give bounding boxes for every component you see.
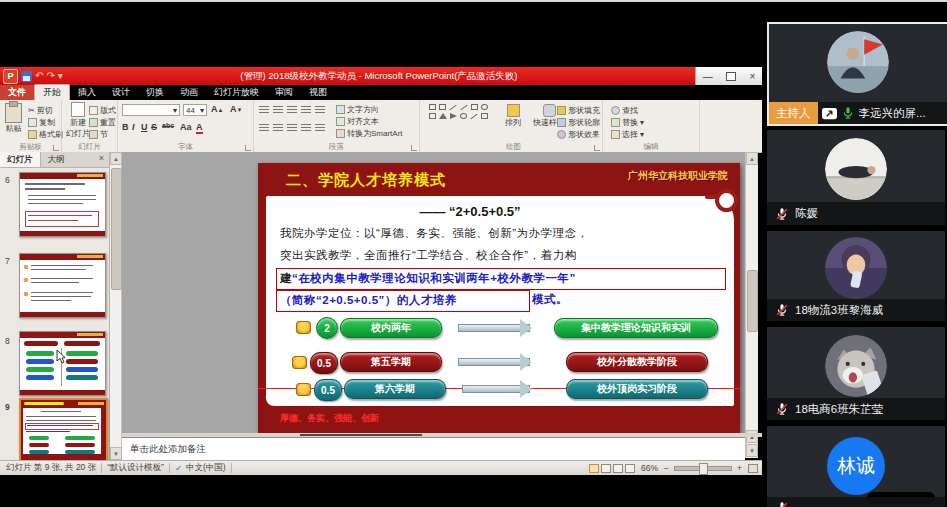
text-direction-button[interactable]: 文字方向 [336, 104, 379, 115]
dialog-launcher-icon[interactable] [594, 145, 600, 151]
participant-tile[interactable]: 18物流3班黎海威 [767, 231, 945, 321]
indent-increase-icon[interactable] [301, 106, 311, 115]
language-label[interactable]: 中文(中国) [186, 462, 226, 474]
shapes-gallery[interactable] [429, 104, 497, 119]
participant-tile-host[interactable]: 主持人 李远兴的屏... [767, 22, 947, 126]
shrink-font-button[interactable]: A▼ [230, 104, 242, 114]
fit-to-window-button[interactable] [748, 464, 758, 473]
shape-outline-button[interactable]: 形状轮廓 [557, 117, 600, 128]
justify-icon[interactable] [301, 124, 311, 133]
avatar-initials: 林诚 [837, 453, 875, 479]
slideshow-button[interactable] [625, 464, 635, 473]
undo-icon[interactable]: ↶ [35, 71, 43, 81]
columns-icon[interactable] [315, 124, 325, 133]
thumbnail-slide-9-current[interactable] [19, 398, 108, 462]
scroll-up-button[interactable]: ▲ [110, 152, 122, 165]
bold-button[interactable]: B [122, 122, 129, 132]
layout-button[interactable]: 版式 [89, 105, 116, 116]
line-spacing-icon[interactable] [315, 106, 325, 115]
tab-review[interactable]: 审阅 [267, 85, 301, 100]
arrange-button[interactable]: 排列 [505, 104, 521, 128]
spellcheck-icon[interactable]: ✓ [175, 463, 182, 473]
grow-font-button[interactable]: A▲ [211, 104, 223, 114]
zoom-in-button[interactable]: + [737, 463, 742, 473]
participant-namebar: 18物流3班黎海威 [767, 299, 945, 321]
format-painter-button[interactable]: 格式刷 [28, 129, 63, 140]
panel-tab-outline[interactable]: 大纲 [41, 152, 72, 167]
tab-insert[interactable]: 插入 [70, 85, 104, 100]
panel-tab-slides[interactable]: 幻灯片 [0, 152, 41, 167]
font-size-select[interactable]: 44▾ [183, 104, 207, 116]
close-button[interactable]: × [749, 71, 755, 82]
thumbnail-slide-8[interactable] [19, 331, 106, 396]
replace-button[interactable]: 替换▾ [611, 117, 644, 128]
dialog-launcher-icon[interactable] [411, 145, 417, 151]
paste-button[interactable]: 粘贴 [5, 103, 22, 134]
reset-button[interactable]: 重置 [89, 117, 116, 128]
scrollbar-thumb[interactable] [111, 168, 122, 290]
dialog-launcher-icon[interactable] [53, 145, 59, 151]
zoom-level[interactable]: 66% [641, 463, 658, 473]
underline-button[interactable]: U [141, 122, 148, 132]
zoom-slider[interactable] [674, 466, 732, 471]
powerpoint-logo-icon[interactable]: P [3, 69, 18, 84]
shape-fill-button[interactable]: 形状填充 [557, 105, 600, 116]
slide-sorter-button[interactable] [601, 464, 611, 473]
smartart-button[interactable]: 转换为SmartArt [336, 128, 403, 139]
slide-canvas[interactable]: 二、学院人才培养模式 广州华立科技职业学院 —— “2+0.5+0.5” 我院办… [258, 163, 740, 433]
main-scrollbar[interactable]: ▲ ▲ ▼ [745, 152, 758, 458]
mic-muted-icon [775, 501, 789, 507]
numbering-icon[interactable] [273, 106, 283, 115]
select-button[interactable]: 选择▾ [611, 129, 644, 140]
scroll-up-button[interactable]: ▲ [746, 152, 758, 165]
restore-button[interactable] [726, 72, 736, 81]
align-right-icon[interactable] [287, 124, 297, 133]
find-button[interactable]: 查找 [611, 105, 638, 116]
reading-view-button[interactable] [613, 464, 623, 473]
window-controls: — × [695, 67, 762, 85]
cut-button[interactable]: ✂ 剪切 [28, 105, 53, 116]
tab-home[interactable]: 开始 [34, 84, 70, 100]
shape-effects-button[interactable]: 形状效果 [557, 129, 600, 140]
font-name-select[interactable]: ▾ [122, 104, 180, 116]
align-center-icon[interactable] [273, 124, 283, 133]
tab-animations[interactable]: 动画 [172, 85, 206, 100]
zoom-out-button[interactable]: − [664, 463, 669, 473]
redo-icon[interactable]: ↷ [46, 71, 54, 81]
bullets-icon[interactable] [259, 106, 269, 115]
participant-tile[interactable]: 陈媛 [767, 130, 945, 225]
dialog-launcher-icon[interactable] [245, 145, 251, 151]
italic-button[interactable]: I [132, 122, 135, 132]
minimize-button[interactable]: — [703, 71, 713, 82]
strikethrough-button[interactable]: S [151, 122, 157, 132]
shadow-button[interactable]: abc [162, 122, 174, 129]
tab-transitions[interactable]: 切换 [138, 85, 172, 100]
align-text-button[interactable]: 对齐文本 [336, 116, 379, 127]
section-button[interactable]: 节 [89, 129, 108, 140]
tab-file[interactable]: 文件 [0, 85, 34, 100]
thumbnail-slide-7[interactable] [19, 253, 106, 318]
thumbnail-slide-6[interactable] [19, 172, 106, 237]
tab-view[interactable]: 视图 [301, 85, 335, 100]
normal-view-button[interactable] [589, 464, 599, 473]
participant-tile[interactable]: 林诚 [767, 426, 945, 507]
mic-muted-icon [775, 303, 789, 317]
next-slide-button[interactable]: ▼ [746, 444, 758, 457]
tab-design[interactable]: 设计 [104, 85, 138, 100]
change-case-button[interactable]: Aa [180, 122, 192, 132]
panel-scrollbar[interactable]: ▲ ▼ [110, 152, 122, 460]
participant-tile[interactable]: 18电商6班朱芷莹 [767, 327, 945, 420]
new-slide-button[interactable]: 新建幻灯片 [66, 102, 90, 139]
notes-pane[interactable]: 单击此处添加备注 [122, 437, 745, 460]
indent-decrease-icon[interactable] [287, 106, 297, 115]
scroll-down-button[interactable]: ▼ [110, 447, 122, 460]
panel-close-icon[interactable]: × [94, 152, 109, 167]
font-color-button[interactable]: A [196, 122, 203, 134]
zoom-slider-thumb[interactable] [699, 463, 708, 475]
scrollbar-thumb[interactable] [747, 270, 758, 332]
screen: P ↶ ↷ ▾ (管理) 2018级校外教学动员 - Microsoft Pow… [0, 0, 947, 507]
tab-slideshow[interactable]: 幻灯片放映 [206, 85, 267, 100]
copy-button[interactable]: 复制 [28, 117, 55, 128]
align-left-icon[interactable] [259, 124, 269, 133]
save-icon[interactable] [21, 71, 32, 82]
